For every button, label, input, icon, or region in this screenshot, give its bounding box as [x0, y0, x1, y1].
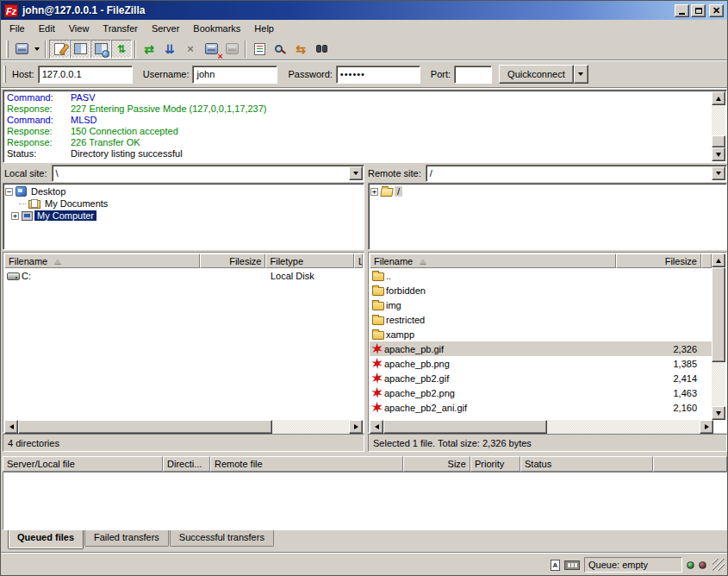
column-header-size[interactable]: Size: [403, 456, 470, 472]
log-scrollbar[interactable]: [712, 91, 725, 161]
column-header-direction[interactable]: Directi...: [163, 456, 210, 472]
local-horizontal-scrollbar[interactable]: [4, 420, 363, 434]
tree-item-my-computer[interactable]: + My Computer: [5, 210, 362, 222]
scrollbar-track[interactable]: [712, 362, 725, 406]
scroll-down-button[interactable]: [712, 406, 725, 420]
column-header-lastmodified[interactable]: L: [354, 254, 363, 268]
column-header-remote-file[interactable]: Remote file: [210, 456, 403, 472]
reconnect-button[interactable]: [221, 40, 242, 59]
scroll-left-button[interactable]: [4, 420, 18, 434]
my-computer-icon: [22, 211, 33, 221]
menu-bookmarks[interactable]: Bookmarks: [186, 21, 247, 36]
port-input[interactable]: [454, 66, 492, 84]
folder-row[interactable]: ..: [370, 268, 712, 283]
scroll-up-button[interactable]: [712, 254, 725, 267]
synchronized-browsing-button[interactable]: ⇆: [290, 40, 311, 59]
scrollbar-thumb[interactable]: [18, 420, 272, 434]
scroll-right-button[interactable]: [349, 420, 363, 434]
local-site-dropdown-button[interactable]: [349, 166, 363, 180]
filter-button[interactable]: [249, 40, 270, 59]
toggle-message-log-button[interactable]: [49, 40, 70, 59]
column-header-filesize[interactable]: Filesize: [616, 254, 701, 268]
expand-icon[interactable]: +: [370, 188, 378, 196]
toggle-local-tree-button[interactable]: [70, 40, 90, 59]
quickconnect-dropdown-icon: [578, 72, 583, 78]
tree-item-root[interactable]: + /: [370, 185, 725, 197]
speed-limit-icon[interactable]: [564, 560, 580, 570]
menu-help[interactable]: Help: [247, 21, 281, 36]
column-header-priority[interactable]: Priority: [470, 456, 520, 472]
folder-row[interactable]: xampp: [370, 327, 712, 341]
toggle-transfer-queue-button[interactable]: ⇅: [111, 40, 132, 59]
remote-site-combo[interactable]: /: [426, 165, 727, 182]
synchronized-browsing-icon: ⇆: [296, 43, 306, 55]
column-header-filetype[interactable]: Filetype: [265, 254, 354, 268]
remote-site-row: Remote site: /: [368, 165, 727, 182]
file-row[interactable]: apache_pb2_ani.gif2,160: [370, 400, 712, 415]
file-row[interactable]: apache_pb2.png1,463: [370, 385, 712, 400]
local-site-combo[interactable]: \: [52, 165, 364, 182]
menu-edit[interactable]: Edit: [32, 21, 62, 36]
remote-vertical-scrollbar[interactable]: [712, 254, 725, 420]
column-header-filesize[interactable]: Filesize: [200, 254, 266, 268]
scrollbar-track[interactable]: [712, 105, 725, 135]
close-button[interactable]: ✕: [709, 4, 724, 17]
tab-failed-transfers[interactable]: Failed transfers: [84, 530, 169, 547]
remote-status-text: Selected 1 file. Total size: 2,326 bytes: [373, 438, 532, 448]
menu-file[interactable]: File: [3, 21, 32, 36]
password-input[interactable]: [336, 66, 420, 84]
minimize-button[interactable]: [675, 4, 689, 17]
cancel-button[interactable]: ×: [180, 40, 201, 59]
scroll-right-button[interactable]: [700, 420, 713, 434]
find-files-button[interactable]: [311, 40, 332, 59]
scroll-left-button[interactable]: [370, 420, 383, 434]
scrollbar-thumb[interactable]: [383, 420, 547, 434]
file-row[interactable]: apache_pb.png1,385: [370, 356, 712, 371]
refresh-button[interactable]: ⇄: [139, 40, 159, 59]
host-input[interactable]: [38, 66, 133, 84]
menu-server[interactable]: Server: [145, 21, 186, 36]
column-header-server-local-file[interactable]: Server/Local file: [3, 456, 163, 472]
menu-transfer[interactable]: Transfer: [96, 21, 145, 36]
file-row-selected[interactable]: apache_pb.gif2,326: [370, 341, 712, 356]
site-manager-dropdown-button[interactable]: [32, 40, 42, 59]
folder-row[interactable]: restricted: [370, 312, 712, 327]
username-input[interactable]: [192, 66, 277, 84]
remote-site-dropdown-button[interactable]: [712, 166, 725, 180]
scrollbar-thumb[interactable]: [712, 135, 725, 147]
remote-horizontal-scrollbar[interactable]: [370, 420, 713, 434]
process-queue-button[interactable]: ⇊: [159, 40, 180, 59]
tab-queued-files[interactable]: Queued files: [8, 530, 84, 549]
scrollbar-track[interactable]: [547, 420, 700, 434]
transfer-type-icon[interactable]: A: [551, 560, 560, 571]
column-header-filename[interactable]: Filename: [4, 254, 200, 268]
toggle-remote-tree-button[interactable]: [90, 40, 111, 59]
directory-comparison-icon: [275, 45, 283, 53]
local-file-list: Filename Filesize Filetype L C: Local Di…: [3, 252, 364, 433]
scroll-down-button[interactable]: [712, 147, 725, 161]
resize-grip[interactable]: [712, 559, 725, 571]
scrollbar-track[interactable]: [272, 420, 349, 434]
local-list-body: C: Local Disk: [4, 268, 363, 420]
tree-item-my-documents[interactable]: My Documents: [5, 197, 362, 210]
image-file-icon: [371, 343, 383, 354]
expand-icon[interactable]: +: [11, 212, 19, 220]
disconnect-button[interactable]: ×: [201, 40, 221, 59]
folder-row[interactable]: forbidden: [370, 283, 712, 297]
column-header-filename[interactable]: Filename: [370, 254, 616, 268]
tree-item-desktop[interactable]: − Desktop: [5, 185, 362, 197]
maximize-button[interactable]: [691, 4, 706, 17]
tab-successful-transfers[interactable]: Successful transfers: [170, 530, 274, 547]
file-row[interactable]: apache_pb2.gif2,414: [370, 371, 712, 385]
menu-view[interactable]: View: [62, 21, 96, 36]
quickconnect-button[interactable]: Quickconnect: [499, 65, 574, 84]
folder-row[interactable]: img: [370, 297, 712, 312]
column-header-status[interactable]: Status: [520, 456, 653, 472]
site-manager-button[interactable]: [11, 40, 32, 59]
quickconnect-dropdown-button[interactable]: [574, 65, 588, 84]
scrollbar-thumb[interactable]: [712, 267, 725, 362]
file-row-c-drive[interactable]: C: Local Disk: [4, 268, 363, 283]
scroll-up-button[interactable]: [712, 91, 725, 105]
collapse-icon[interactable]: −: [5, 188, 13, 196]
directory-comparison-button[interactable]: [270, 40, 290, 59]
